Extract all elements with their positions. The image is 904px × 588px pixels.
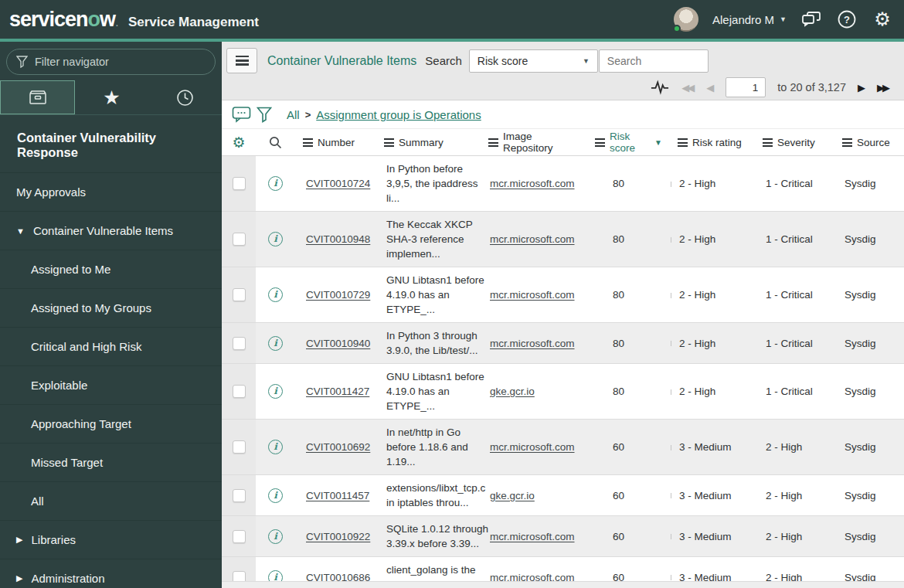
record-number-link[interactable]: CVIT0010922 (306, 531, 370, 542)
row-checkbox[interactable] (233, 530, 246, 543)
image-repository-link[interactable]: mcr.microsoft.com (490, 531, 575, 542)
user-menu[interactable]: Alejandro M ▼ (712, 13, 787, 26)
source-cell: Sysdig (836, 228, 904, 250)
image-repository-link[interactable]: gke.gcr.io (490, 386, 535, 397)
image-repository-link[interactable]: mcr.microsoft.com (490, 441, 575, 453)
sidebar-item-missed-target[interactable]: Missed Target (0, 443, 222, 481)
record-number-link[interactable]: CVIT0010948 (306, 233, 370, 245)
row-checkbox[interactable] (233, 489, 246, 502)
image-repository-link[interactable]: mcr.microsoft.com (490, 338, 575, 349)
sidebar-item-administration[interactable]: ▶Administration (0, 559, 222, 588)
column-header-severity[interactable]: Severity (751, 137, 836, 148)
brand: servicenow. Service Management (9, 8, 259, 32)
list-search-input[interactable] (599, 49, 709, 73)
list-content: Container Vulnerable Items Search Risk s… (222, 42, 904, 588)
info-icon[interactable]: i (268, 287, 283, 302)
list-title-link[interactable]: Container Vulnerable Items (267, 54, 416, 68)
column-header-image-repository[interactable]: Image Repository (481, 131, 581, 154)
filter-funnel-icon[interactable] (253, 104, 276, 124)
sidebar-item-approaching-target[interactable]: Approaching Target (0, 404, 222, 443)
record-number-link[interactable]: CVIT0010729 (306, 289, 370, 301)
image-repository-cell: mcr.microsoft.com (481, 525, 581, 548)
personalize-list-button[interactable]: ⚙ (222, 135, 256, 150)
info-icon[interactable]: i (268, 440, 283, 454)
list-context-menu-button[interactable] (226, 48, 257, 73)
risk-rating-value: 2 - High (679, 289, 715, 301)
servicenow-logo[interactable]: servicenow. (9, 8, 117, 32)
summary-line: 3.39.x before 3.39... (386, 536, 481, 551)
breadcrumb-all-link[interactable]: All (287, 108, 300, 121)
row-checkbox[interactable] (233, 337, 246, 350)
sidebar-item-critical-and-high-risk[interactable]: Critical and High Risk (0, 327, 222, 365)
expand-caret-icon[interactable]: ▶ (16, 573, 22, 583)
info-icon[interactable]: i (268, 384, 283, 399)
record-number-link[interactable]: CVIT0010692 (306, 441, 370, 453)
info-icon[interactable]: i (268, 488, 283, 503)
sidebar-item-libraries[interactable]: ▶Libraries (0, 520, 222, 559)
tab-history[interactable] (148, 80, 222, 114)
previous-page-button[interactable]: ◀ (706, 83, 714, 93)
sidebar-item-all[interactable]: All (0, 481, 222, 520)
sidebar-item-exploitable[interactable]: Exploitable (0, 365, 222, 404)
record-number-link[interactable]: CVIT0010686 (306, 572, 370, 582)
info-icon[interactable]: i (268, 232, 283, 246)
column-label: Image Repository (503, 131, 581, 154)
image-repository-link[interactable]: mcr.microsoft.com (490, 289, 575, 301)
row-checkbox[interactable] (233, 571, 246, 582)
top-header: servicenow. Service Management Alejandro… (0, 0, 904, 39)
row-checkbox[interactable] (233, 233, 246, 246)
row-checkbox[interactable] (233, 385, 246, 398)
user-avatar[interactable] (674, 7, 698, 32)
image-repository-link[interactable]: gke.gcr.io (490, 490, 535, 501)
chevron-down-icon: ▼ (780, 15, 787, 23)
last-page-button[interactable]: ▶▶ (877, 83, 890, 93)
record-number-link[interactable]: CVIT0010940 (306, 338, 370, 349)
sidebar-item-my-approvals[interactable]: My Approvals (0, 172, 222, 211)
row-checkbox[interactable] (233, 177, 246, 190)
first-page-button[interactable]: ◀◀ (681, 83, 695, 93)
column-menu-icon (842, 138, 852, 147)
column-header-summary[interactable]: Summary (380, 137, 481, 148)
row-checkbox[interactable] (233, 288, 246, 301)
column-header-risk-rating[interactable]: Risk rating (662, 137, 751, 148)
help-icon[interactable]: ? (836, 8, 858, 30)
hamburger-icon (236, 56, 249, 66)
tab-all-applications[interactable] (0, 80, 75, 114)
sidebar-item-assigned-to-me[interactable]: Assigned to Me (0, 250, 222, 288)
info-icon[interactable]: i (268, 336, 283, 351)
column-header-risk-score[interactable]: Risk score▼ (581, 131, 662, 154)
info-icon[interactable]: i (268, 529, 283, 544)
next-page-button[interactable]: ▶ (858, 83, 865, 93)
pagination: ◀◀ ◀ to 20 of 3,127 ▶ ▶▶ (226, 75, 898, 100)
summary-line: extensions/libxt_tcp.c (386, 481, 481, 495)
filter-navigator-input[interactable] (35, 56, 189, 68)
tab-favorites[interactable]: ★ (75, 80, 148, 114)
expand-caret-icon[interactable]: ▶ (16, 535, 22, 545)
record-number-link[interactable]: CVIT0010724 (306, 178, 370, 189)
breadcrumb-filter-link[interactable]: Assignment group is Operations (316, 108, 481, 121)
table-header-row: ⚙ Number Summary Image Repository Risk s… (222, 129, 904, 156)
settings-gear-icon[interactable]: ⚙ (872, 8, 893, 30)
risk-rating-cell: 3 - Medium (662, 566, 751, 582)
info-icon[interactable]: i (268, 176, 283, 191)
page-number-input[interactable] (726, 77, 766, 97)
filter-navigator[interactable] (6, 49, 216, 75)
activity-stream-icon[interactable] (650, 78, 670, 97)
collapse-caret-icon[interactable]: ▼ (16, 226, 25, 236)
saved-filters-icon[interactable] (229, 104, 253, 124)
image-repository-link[interactable]: mcr.microsoft.com (490, 178, 575, 189)
image-repository-link[interactable]: mcr.microsoft.com (490, 233, 575, 245)
record-number-link[interactable]: CVIT0011427 (306, 386, 369, 397)
column-header-source[interactable]: Source (836, 137, 904, 148)
conversations-icon[interactable] (800, 8, 822, 30)
image-repository-link[interactable]: mcr.microsoft.com (490, 572, 575, 582)
column-search-toggle[interactable] (256, 136, 295, 149)
severity-cell: 2 - High (751, 566, 836, 582)
search-field-select[interactable]: Risk score ▼ (469, 49, 598, 73)
record-number-link[interactable]: CVIT0011457 (306, 490, 369, 501)
sidebar-item-container-vulnerable-items[interactable]: ▼Container Vulnerable Items (0, 211, 222, 250)
column-header-number[interactable]: Number (295, 137, 380, 148)
sidebar-item-assigned-to-my-groups[interactable]: Assigned to My Groups (0, 288, 222, 327)
info-icon[interactable]: i (268, 570, 283, 582)
row-checkbox[interactable] (233, 440, 246, 454)
